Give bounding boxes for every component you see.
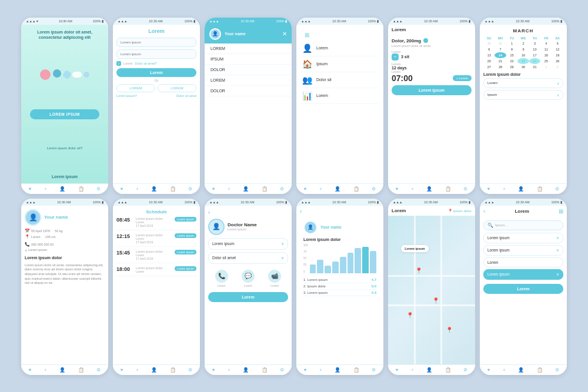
nav-cal-9[interactable]: 📋 — [262, 367, 268, 373]
back-arrow-12[interactable]: ‹ — [483, 208, 485, 215]
p2-btn[interactable]: Lorem — [116, 68, 196, 77]
p5-action-btn[interactable]: Lorem ipsum — [392, 85, 472, 95]
nav-person-9[interactable]: 👤 — [243, 367, 249, 373]
p9-action-btn[interactable]: Lorem — [208, 292, 288, 302]
cal-day-8[interactable]: 8 — [506, 46, 517, 52]
nav-plus-5[interactable]: + — [411, 186, 414, 192]
p2-btn2b[interactable]: LOREM — [158, 84, 196, 92]
nav-cal-5[interactable]: 📋 — [445, 186, 451, 192]
menu-item-dolor[interactable]: DOLOR — [205, 65, 292, 75]
p6-dropdown1[interactable]: Lorem ∨ — [483, 78, 563, 88]
nav-person-6[interactable]: 👤 — [518, 186, 524, 192]
map-pin-2[interactable]: 📍 — [432, 297, 439, 304]
filter-icon-4[interactable]: ⊞ — [305, 32, 309, 38]
cal-day-26[interactable]: 26 — [552, 58, 563, 64]
p5-minus-btn[interactable]: − — [392, 53, 399, 61]
nav-person-icon[interactable]: 👤 — [59, 186, 65, 192]
p12-btn[interactable]: Lorem — [483, 284, 563, 294]
nav-set-6[interactable]: ⚙ — [555, 186, 559, 192]
p6-dropdown2[interactable]: Ipsum ∨ — [483, 90, 563, 100]
cal-day-5[interactable]: 5 — [552, 41, 563, 46]
p9-action-3[interactable]: 📹 Lorem — [268, 270, 281, 287]
cal-day-30b[interactable]: 30 — [517, 64, 529, 70]
nav-heart-10[interactable]: ♥ — [304, 367, 307, 373]
cal-day-10[interactable]: 10 — [529, 46, 540, 52]
cal-day-6[interactable]: 6 — [483, 46, 495, 52]
cal-day-18[interactable]: 18 — [540, 52, 552, 58]
cal-day-1b[interactable]: 1 — [540, 64, 552, 70]
nav-heart-3[interactable]: ♥ — [212, 186, 215, 192]
p12-item-2[interactable]: Lorem ipsum ∨ — [483, 245, 563, 256]
map-pin-1[interactable]: 📍 — [415, 267, 422, 274]
nav-set-9[interactable]: ⚙ — [280, 367, 284, 373]
cal-day-20[interactable]: 20 — [483, 58, 495, 64]
p9-expand-2[interactable]: Dolor sit amet ∨ — [208, 252, 288, 264]
p2-input1[interactable] — [116, 38, 196, 47]
nav-heart-11[interactable]: ♥ — [396, 367, 399, 373]
nav-cal-2[interactable]: 📋 — [170, 186, 176, 192]
p4-item-3[interactable]: 👥 Dolor sit — [301, 72, 379, 88]
nav-cal-6[interactable]: 📋 — [537, 186, 543, 192]
nav-plus-3[interactable]: + — [228, 186, 230, 192]
p4-item-4[interactable]: 📊 Lorem — [301, 88, 379, 104]
p12-search-box[interactable]: 🔍 Ipsum... — [483, 220, 563, 230]
nav-plus-12[interactable]: + — [503, 367, 506, 373]
cal-day-25[interactable]: 25 — [540, 58, 552, 64]
p12-item-4[interactable]: Lorem ipsum ∨ — [483, 269, 563, 280]
nav-set-3[interactable]: ⚙ — [280, 186, 284, 192]
menu-item-lorem[interactable]: LOREM — [205, 43, 292, 54]
cal-day-17[interactable]: 17 — [529, 52, 540, 58]
nav-set-4[interactable]: ⚙ — [372, 186, 376, 192]
p9-expand-1[interactable]: Lorem ipsum ∨ — [208, 238, 288, 250]
nav-heart-5[interactable]: ♥ — [396, 186, 399, 192]
nav-person-3[interactable]: 👤 — [243, 186, 249, 192]
nav-set-10[interactable]: ⚙ — [372, 367, 376, 373]
nav-settings-icon[interactable]: ⚙ — [96, 186, 101, 192]
back-arrow-9[interactable]: ‹ — [208, 209, 210, 216]
nav-set-12[interactable]: ⚙ — [555, 367, 559, 373]
cal-day-14-today[interactable]: 14 — [495, 52, 506, 58]
nav-set-7[interactable]: ⚙ — [96, 367, 101, 373]
p2-bottom-link[interactable]: Dolor sit amet — [176, 94, 196, 98]
nav-cal-8[interactable]: 📋 — [170, 367, 176, 373]
p12-item-3[interactable]: Lorem — [483, 257, 563, 267]
p1-main-btn[interactable]: LOREM IPSUM — [30, 109, 100, 119]
back-arrow-10[interactable]: ‹ — [300, 208, 302, 215]
nav-plus-icon[interactable]: + — [44, 186, 47, 192]
cal-day-13[interactable]: 13 — [483, 52, 495, 58]
nav-person-11[interactable]: 👤 — [426, 367, 432, 373]
nav-heart-7[interactable]: ♥ — [29, 367, 32, 373]
cal-day-15[interactable]: 15 — [506, 52, 517, 58]
nav-person-8[interactable]: 👤 — [151, 367, 157, 373]
filter-icon-12[interactable]: ⊞ — [559, 208, 563, 215]
p8-item-3[interactable]: 15:45 Lorem ipsum dolor Lorem 17 April 2… — [116, 250, 196, 263]
cal-day-24[interactable]: 24 — [529, 58, 540, 64]
p9-action-2[interactable]: 💬 Lorem — [242, 270, 255, 287]
nav-calendar-icon[interactable]: 📋 — [78, 186, 84, 192]
nav-person-5[interactable]: 👤 — [426, 186, 432, 192]
nav-heart-9[interactable]: ♥ — [212, 367, 215, 373]
cal-day-31[interactable]: 31 — [495, 41, 506, 46]
nav-person-4[interactable]: 👤 — [335, 186, 340, 192]
nav-heart-6[interactable]: ♥ — [487, 186, 490, 192]
cal-day-21[interactable]: 21 — [495, 58, 506, 64]
cal-day-27[interactable]: 27 — [483, 64, 495, 70]
nav-heart-4[interactable]: ♥ — [304, 186, 307, 192]
cal-day-4[interactable]: 4 — [540, 41, 552, 46]
p8-item-4[interactable]: 18:00 Lorem ipsum dolor Lorem Lorem ipsu… — [116, 266, 196, 276]
nav-person-7[interactable]: 👤 — [59, 367, 65, 373]
nav-person-12[interactable]: 👤 — [518, 367, 524, 373]
cal-day-7[interactable]: 7 — [495, 46, 506, 52]
p2-btn2a[interactable]: LOREM — [116, 84, 155, 92]
nav-set-8[interactable]: ⚙ — [188, 367, 192, 373]
p2-checkbox[interactable]: ✓ — [116, 61, 121, 66]
nav-cal-12[interactable]: 📋 — [537, 367, 543, 373]
p1-link1[interactable]: Lorem ipsum dolor sit? — [47, 146, 83, 150]
nav-cal-4[interactable]: 📋 — [353, 186, 359, 192]
cal-day-11[interactable]: 11 — [540, 46, 552, 52]
p4-item-2[interactable]: 🏠 Ipsum — [301, 56, 379, 72]
cal-day-23[interactable]: 23 — [517, 58, 529, 64]
cal-day-22[interactable]: 22 — [506, 58, 517, 64]
p9-action-1[interactable]: 📞 Lorem — [215, 270, 228, 287]
nav-set-2[interactable]: ⚙ — [188, 186, 192, 192]
